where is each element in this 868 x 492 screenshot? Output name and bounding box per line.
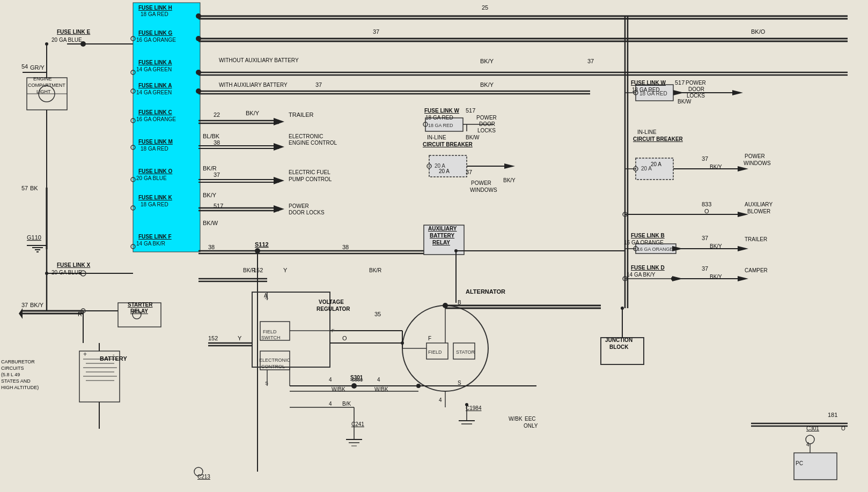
svg-text:14 GA BK/Y: 14 GA BK/Y <box>627 272 656 278</box>
diagram-svg: + - FI <box>0 0 868 492</box>
svg-text:CARBURETOR: CARBURETOR <box>1 359 35 364</box>
svg-text:PC: PC <box>796 460 803 466</box>
svg-text:PUMP CONTROL: PUMP CONTROL <box>289 176 332 182</box>
svg-text:FUSE LINK H: FUSE LINK H <box>138 5 172 11</box>
svg-point-12 <box>196 70 201 75</box>
svg-text:O: O <box>342 335 347 341</box>
svg-text:BATTERY: BATTERY <box>430 233 454 238</box>
svg-text:FUSE LINK F: FUSE LINK F <box>138 234 172 240</box>
svg-text:AUXILIARY: AUXILIARY <box>745 202 773 207</box>
svg-text:C241: C241 <box>351 421 364 427</box>
svg-text:STATOR: STATOR <box>456 349 475 355</box>
svg-text:20 GA BLUE: 20 GA BLUE <box>52 270 82 275</box>
svg-text:25: 25 <box>482 4 488 11</box>
svg-text:POWER: POWER <box>476 115 497 121</box>
svg-text:37: 37 <box>21 302 28 308</box>
svg-text:18 GA RED: 18 GA RED <box>425 115 453 121</box>
svg-text:REGULATOR: REGULATOR <box>317 306 350 312</box>
svg-text:Y: Y <box>283 267 288 273</box>
svg-text:FUSE LINK G: FUSE LINK G <box>138 30 173 36</box>
svg-text:FIELD: FIELD <box>428 349 442 355</box>
svg-text:POWER: POWER <box>745 153 765 159</box>
svg-text:BK/R: BK/R <box>203 165 217 172</box>
svg-text:20 A: 20 A <box>439 168 450 174</box>
svg-text:22: 22 <box>214 111 220 118</box>
svg-text:RELAY: RELAY <box>432 240 450 245</box>
svg-text:RELAY: RELAY <box>130 308 148 314</box>
svg-text:4: 4 <box>439 397 442 403</box>
svg-text:FUSE LINK W: FUSE LINK W <box>424 108 460 114</box>
svg-text:18 GA RED: 18 GA RED <box>141 146 168 152</box>
svg-text:R: R <box>78 311 82 317</box>
svg-text:FUSE LINK A: FUSE LINK A <box>138 83 172 88</box>
svg-text:C213: C213 <box>197 474 210 480</box>
svg-text:BK/R: BK/R <box>369 267 381 273</box>
svg-text:FIELD: FIELD <box>263 329 277 334</box>
svg-point-13 <box>196 88 201 94</box>
svg-text:CONTROL: CONTROL <box>261 364 285 369</box>
svg-text:ALTERNATOR: ALTERNATOR <box>466 288 505 295</box>
svg-text:517: 517 <box>675 79 685 86</box>
svg-text:152: 152 <box>208 335 218 341</box>
svg-text:BK/O: BK/O <box>751 28 766 35</box>
svg-text:C1984: C1984 <box>466 405 482 411</box>
svg-text:EEC: EEC <box>525 416 536 422</box>
svg-point-43 <box>45 272 48 275</box>
svg-text:18 GA RED: 18 GA RED <box>141 202 168 207</box>
svg-text:ENGINE CONTROL: ENGINE CONTROL <box>289 140 337 146</box>
svg-text:20 A: 20 A <box>651 161 661 167</box>
svg-text:COMPARTMENT: COMPARTMENT <box>28 83 65 88</box>
svg-text:WINDOWS: WINDOWS <box>744 160 771 166</box>
svg-text:38: 38 <box>214 139 220 146</box>
svg-text:FUSE LINK A: FUSE LINK A <box>138 59 172 65</box>
svg-text:+: + <box>83 351 87 358</box>
svg-text:SWITCH: SWITCH <box>261 335 281 340</box>
svg-text:IN-LINE: IN-LINE <box>427 135 446 140</box>
svg-text:833: 833 <box>702 201 711 207</box>
svg-text:BK/Y: BK/Y <box>246 110 260 116</box>
svg-text:BK/Y: BK/Y <box>480 58 494 64</box>
svg-text:STARTER: STARTER <box>128 302 153 308</box>
svg-text:AUXILIARY: AUXILIARY <box>428 226 457 232</box>
svg-text:18 GA RED: 18 GA RED <box>428 123 453 128</box>
svg-text:37: 37 <box>702 235 708 241</box>
svg-text:FUSE LINK C: FUSE LINK C <box>138 109 172 115</box>
svg-point-130 <box>443 303 448 308</box>
svg-text:37: 37 <box>587 58 594 64</box>
svg-text:38: 38 <box>208 244 215 250</box>
svg-text:BK/W: BK/W <box>203 220 218 226</box>
svg-text:35: 35 <box>374 311 381 317</box>
svg-text:O: O <box>704 208 709 214</box>
svg-point-132 <box>621 307 624 310</box>
svg-text:16 GA ORANGE: 16 GA ORANGE <box>637 247 673 252</box>
svg-text:4: 4 <box>329 377 332 383</box>
svg-text:FUSE LINK E: FUSE LINK E <box>57 29 91 35</box>
svg-text:37: 37 <box>373 28 379 35</box>
svg-text:BL/BK: BL/BK <box>203 133 220 139</box>
svg-text:ONLY: ONLY <box>524 423 538 429</box>
svg-text:POWER: POWER <box>289 203 309 209</box>
svg-text:FUSE LINK M: FUSE LINK M <box>138 139 173 145</box>
svg-text:POWER: POWER <box>471 180 491 186</box>
svg-text:ENGINE: ENGINE <box>33 76 52 81</box>
svg-text:37: 37 <box>214 172 220 178</box>
svg-text:LOCKS: LOCKS <box>477 128 496 133</box>
svg-text:Y: Y <box>238 335 242 341</box>
svg-point-119 <box>401 341 404 345</box>
svg-text:4: 4 <box>806 442 810 448</box>
svg-text:IN-LINE: IN-LINE <box>637 129 657 135</box>
svg-text:STATES AND: STATES AND <box>1 378 31 384</box>
svg-text:B: B <box>458 300 461 305</box>
svg-text:WINDOWS: WINDOWS <box>470 187 497 193</box>
svg-text:A: A <box>264 293 268 299</box>
svg-text:BK/Y: BK/Y <box>480 81 494 88</box>
svg-text:HIGH ALTITUDE): HIGH ALTITUDE) <box>1 385 39 390</box>
svg-point-11 <box>196 36 201 41</box>
svg-text:20 GA BLUE: 20 GA BLUE <box>52 37 82 43</box>
svg-text:BK/Y: BK/Y <box>710 243 722 249</box>
svg-text:14 GA GREEN: 14 GA GREEN <box>136 66 172 72</box>
svg-text:ELECTRIC FUEL: ELECTRIC FUEL <box>289 169 330 175</box>
svg-text:181: 181 <box>828 412 837 418</box>
svg-text:S112: S112 <box>255 241 269 248</box>
svg-text:BK/Y: BK/Y <box>30 302 44 308</box>
